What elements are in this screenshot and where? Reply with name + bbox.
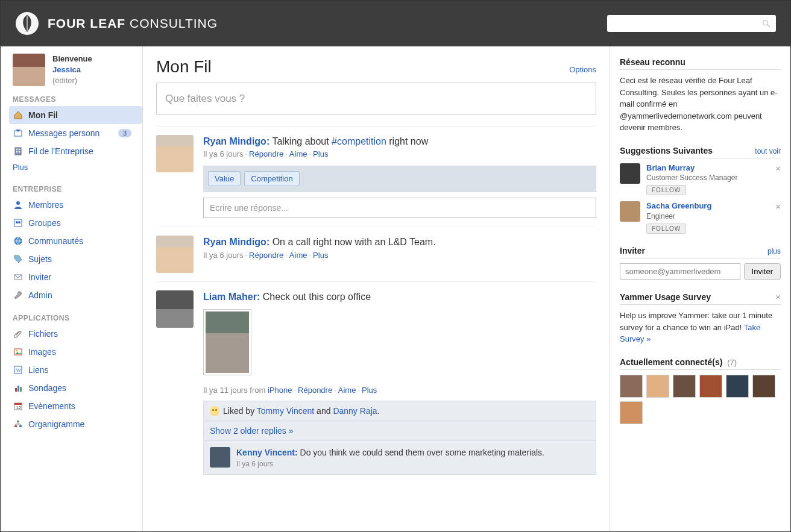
section-messages: MESSAGES: [13, 95, 142, 104]
smile-icon: [210, 406, 219, 416]
sidebar-item-liens[interactable]: WLiens: [9, 361, 142, 379]
sidebar-item-messages-personnels[interactable]: Messages personn 3: [9, 124, 142, 142]
image-icon: [13, 346, 24, 357]
sidebar-item-organigramme[interactable]: Organigramme: [9, 415, 142, 433]
online-avatar[interactable]: [620, 375, 643, 398]
sidebar-item-fil-entreprise[interactable]: Fil de l'Entreprise: [9, 142, 142, 160]
feed-options-link[interactable]: Options: [569, 65, 596, 74]
svg-rect-19: [15, 388, 17, 392]
post-avatar[interactable]: [156, 290, 194, 328]
sidebar-item-mon-fil[interactable]: Mon Fil: [9, 106, 142, 124]
more-link[interactable]: Plus: [313, 251, 328, 260]
dismiss-survey[interactable]: ×: [775, 292, 781, 302]
online-avatar[interactable]: [726, 375, 749, 398]
composer-input[interactable]: Que faites vous ?: [156, 83, 596, 115]
follow-button[interactable]: FOLLOW: [646, 185, 686, 195]
mail-icon: [13, 272, 24, 283]
reply-input[interactable]: Ecrire une réponse...: [203, 198, 596, 218]
sidebar-plus-messages[interactable]: Plus: [13, 163, 28, 172]
sidebar-item-membres[interactable]: Membres: [9, 196, 142, 214]
sidebar-item-sujets[interactable]: Sujets: [9, 250, 142, 268]
logo[interactable]: FOUR LEAF CONSULTING: [15, 11, 218, 36]
reply-author[interactable]: Kenny Vincent:: [236, 448, 298, 457]
home-icon: [13, 110, 24, 120]
online-avatar[interactable]: [673, 375, 696, 398]
post: Ryan Mindigo: Talking about #competition…: [156, 126, 596, 227]
suggestion-name[interactable]: Sacha Greenburg: [646, 201, 711, 210]
suggestion-name[interactable]: Brian Murray: [646, 163, 695, 172]
reply-link[interactable]: Répondre: [298, 386, 332, 395]
like-link[interactable]: Aime: [338, 386, 356, 395]
svg-text:12: 12: [16, 405, 21, 410]
more-link[interactable]: Plus: [362, 386, 377, 395]
online-avatar[interactable]: [699, 375, 722, 398]
like-link[interactable]: Aime: [289, 251, 307, 260]
suggestion-role: Customer Success Manager: [646, 174, 737, 182]
globe-icon: [13, 236, 24, 246]
invite-more-link[interactable]: plus: [767, 247, 781, 255]
suggestion-avatar[interactable]: [620, 201, 640, 222]
invite-button[interactable]: Inviter: [744, 263, 781, 280]
sidebar-item-groupes[interactable]: Groupes: [9, 214, 142, 232]
post-author[interactable]: Ryan Mindigo:: [203, 136, 269, 146]
liker-link[interactable]: Tommy Vincent: [257, 406, 314, 416]
reply-time: Il ya 6 jours: [236, 460, 544, 468]
sidebar-item-inviter[interactable]: Inviter: [9, 268, 142, 286]
welcome-box: Bienvenue Jessica (éditer): [13, 54, 142, 87]
tag-bar: Value Competition: [203, 166, 596, 192]
post-meta: Il ya 11 jours from iPhone·Répondre·Aime…: [203, 386, 596, 395]
sidebar-item-admin[interactable]: Admin: [9, 286, 142, 304]
see-all-link[interactable]: tout voir: [755, 147, 781, 155]
welcome-label: Bienvenue: [52, 54, 92, 64]
reply-link[interactable]: Répondre: [249, 149, 283, 158]
show-older-replies[interactable]: Show 2 older replies »: [203, 421, 596, 441]
person-icon: [13, 199, 24, 210]
post-avatar[interactable]: [156, 236, 194, 273]
post: Ryan Mindigo: On a call right now with a…: [156, 227, 596, 281]
suggestion-avatar[interactable]: [620, 163, 640, 184]
post-avatar[interactable]: [156, 135, 194, 172]
header: FOUR LEAF CONSULTING: [1, 1, 790, 46]
liked-bar: Liked by Tommy Vincent and Danny Raja.: [203, 401, 596, 421]
profile-link[interactable]: Jessica: [52, 65, 81, 74]
online-avatar[interactable]: [752, 375, 775, 398]
tag-icon: [13, 254, 24, 264]
edit-profile-link[interactable]: (éditer): [52, 76, 77, 85]
post-author[interactable]: Ryan Mindigo:: [203, 237, 269, 247]
topic-tag[interactable]: Value: [208, 171, 241, 186]
svg-point-12: [18, 221, 20, 224]
survey-body: Help us improve Yammer: take our 1 minut…: [620, 310, 781, 345]
like-link[interactable]: Aime: [289, 149, 307, 158]
liker-link[interactable]: Danny Raja: [333, 406, 377, 416]
invite-email-input[interactable]: [620, 263, 740, 280]
svg-point-1: [763, 20, 768, 25]
svg-text:W: W: [16, 368, 21, 373]
section-title: Inviter: [620, 246, 645, 255]
reply-link[interactable]: Répondre: [249, 251, 283, 260]
dismiss-suggestion[interactable]: ×: [775, 201, 781, 234]
source-link[interactable]: iPhone: [268, 386, 292, 395]
reply-avatar[interactable]: [210, 447, 230, 468]
sidebar-item-fichiers[interactable]: Fichiers: [9, 325, 142, 343]
topic-tag[interactable]: Competition: [244, 171, 299, 186]
sidebar-item-sondages[interactable]: Sondages: [9, 379, 142, 397]
more-link[interactable]: Plus: [313, 149, 328, 158]
follow-button[interactable]: FOLLOW: [646, 224, 686, 234]
search-box[interactable]: [607, 15, 776, 32]
org-chart-icon: [13, 419, 24, 430]
sidebar-item-images[interactable]: Images: [9, 343, 142, 361]
post-meta: Il ya 6 jours·Répondre·Aime·Plus: [203, 251, 596, 260]
avatar-self[interactable]: [13, 54, 45, 86]
online-avatar[interactable]: [620, 401, 643, 424]
dismiss-suggestion[interactable]: ×: [775, 163, 781, 196]
svg-rect-21: [20, 387, 22, 392]
post-author[interactable]: Liam Maher:: [203, 292, 260, 302]
svg-rect-23: [14, 403, 22, 405]
sidebar-item-evenements[interactable]: 12Evènements: [9, 397, 142, 415]
hashtag-link[interactable]: #competition: [332, 136, 386, 146]
online-avatar[interactable]: [646, 375, 669, 398]
post-image-thumb[interactable]: [203, 309, 251, 375]
search-input[interactable]: [612, 19, 761, 28]
sidebar-item-communautes[interactable]: Communautés: [9, 232, 142, 250]
online-avatars: [620, 375, 781, 424]
